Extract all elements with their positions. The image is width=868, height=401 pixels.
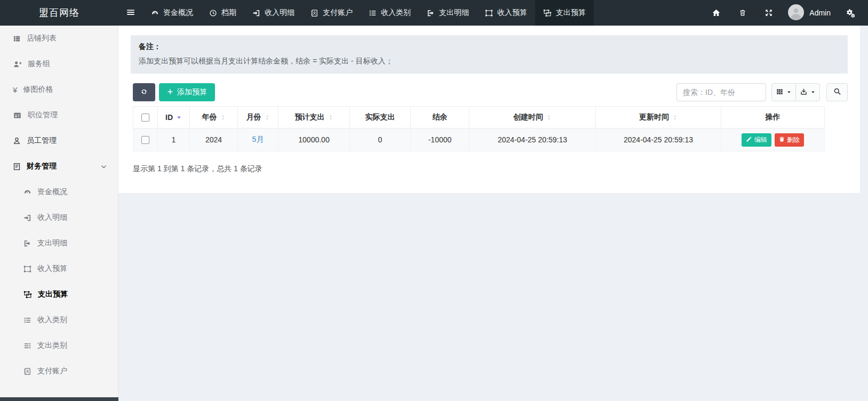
list-icon	[369, 9, 377, 17]
address-book-icon	[310, 9, 318, 17]
sidebar-item-expense-budget[interactable]: 支出预算	[0, 282, 118, 307]
add-budget-button[interactable]: 添加预算	[159, 83, 215, 101]
sign-out-icon	[23, 239, 31, 247]
select-all-checkbox[interactable]	[141, 114, 149, 122]
plus-icon	[167, 88, 173, 97]
column-label: 预计支出	[295, 113, 325, 122]
sidebar-item-label: 修图价格	[23, 85, 53, 94]
caret-down-icon	[810, 88, 816, 97]
column-header-updated-time[interactable]: 更新时间	[596, 107, 721, 129]
sidebar-toggle-button[interactable]	[118, 0, 143, 26]
sidebar-item-payment-account[interactable]: 支付账户	[0, 358, 118, 384]
user-menu[interactable]: Admin	[788, 4, 831, 22]
trash-icon	[779, 136, 785, 144]
topnav-item-label: 支出明细	[439, 8, 469, 18]
sidebar-item-shop-list[interactable]: 店铺列表	[0, 26, 118, 51]
sidebar-item-expense-detail[interactable]: 支出明细	[0, 230, 118, 256]
sidebar-item-staff-mgmt[interactable]: 员工管理	[0, 128, 118, 154]
user-icon	[13, 137, 21, 145]
column-label: 操作	[766, 113, 781, 122]
toolbar-right	[676, 83, 848, 101]
topnav-item-payment-account[interactable]: 支付账户	[302, 0, 361, 26]
column-label: 年份	[202, 113, 217, 122]
sidebar-item-income-budget[interactable]: 收入预算	[0, 256, 118, 282]
sidebar-item-income-category[interactable]: 收入类别	[0, 307, 118, 333]
refresh-icon	[140, 88, 148, 97]
trash-icon[interactable]	[736, 9, 750, 17]
navbar-right: Admin	[708, 0, 868, 26]
sidebar-item-label: 员工管理	[27, 136, 57, 146]
column-header-actions: 操作	[721, 107, 825, 129]
cell-balance: -10000	[411, 129, 469, 151]
sidebar-bottom-strip	[0, 397, 118, 401]
id-card-icon	[13, 111, 22, 119]
chevron-down-icon	[100, 163, 107, 170]
object-group-icon	[485, 9, 493, 17]
topnav-item-income-detail[interactable]: 收入明细	[244, 0, 302, 26]
topnav-item-income-budget[interactable]: 收入预算	[477, 0, 535, 26]
gauge-icon	[151, 9, 159, 17]
topnav-item-funds-overview[interactable]: 资金概况	[143, 0, 201, 26]
cell-month: 5月	[238, 129, 278, 151]
add-budget-label: 添加预算	[177, 87, 207, 97]
ledger-icon	[13, 163, 21, 171]
month-link[interactable]: 5月	[252, 135, 264, 143]
search-input[interactable]	[676, 83, 766, 101]
search-button[interactable]	[826, 83, 848, 101]
column-header-balance[interactable]: 结余	[411, 107, 469, 129]
row-checkbox[interactable]	[141, 136, 149, 144]
record-summary: 显示第 1 到第 1 条记录，总共 1 条记录	[133, 164, 848, 174]
column-header-month[interactable]: 月份	[238, 107, 278, 129]
refresh-button[interactable]	[133, 83, 155, 101]
column-header-created-time[interactable]: 创建时间	[469, 107, 596, 129]
sidebar-item-finance-mgmt[interactable]: 财务管理	[0, 154, 118, 179]
cell-expected-expense: 10000.00	[278, 129, 350, 151]
topnav-item-label: 支出预算	[556, 8, 586, 18]
export-button[interactable]	[795, 83, 820, 101]
clock-icon	[209, 9, 217, 17]
sidebar-item-income-detail[interactable]: 收入明细	[0, 205, 118, 230]
topnav-item-label: 收入预算	[497, 8, 527, 18]
list-alt-icon	[23, 342, 31, 350]
edit-button[interactable]: 编辑	[742, 133, 771, 147]
column-header-expected-expense[interactable]: 预计支出	[278, 107, 350, 129]
column-header-year[interactable]: 年份	[190, 107, 238, 129]
topnav-item-label: 资金概况	[163, 8, 193, 18]
fullscreen-icon[interactable]	[761, 9, 776, 17]
sidebar-item-position-mgmt[interactable]: 职位管理	[0, 102, 118, 128]
sidebar-item-label: 支出类别	[37, 341, 67, 350]
column-header-id[interactable]: ID	[158, 107, 190, 129]
action-label: 删除	[787, 135, 800, 145]
sort-icon	[546, 114, 552, 122]
topnav-item-expense-detail[interactable]: 支出明细	[419, 0, 477, 26]
sidebar-item-label: 店铺列表	[27, 34, 57, 43]
column-header-actual-expense[interactable]: 实际支出	[350, 107, 411, 129]
sidebar-item-label: 支付账户	[37, 366, 67, 376]
home-icon[interactable]	[708, 9, 724, 17]
gears-icon[interactable]	[842, 9, 858, 18]
sidebar-item-expense-category[interactable]: 支出类别	[0, 333, 118, 358]
sign-in-icon	[23, 214, 31, 222]
topnav-item-schedule[interactable]: 档期	[201, 0, 244, 26]
sidebar-item-label: 支出明细	[37, 238, 67, 248]
top-menu: 资金概况档期收入明细支付账户收入类别支出明细收入预算支出预算	[143, 0, 594, 26]
table-buttons-group	[771, 83, 820, 101]
content-card: 备注： 添加支出预算可以根据当月支出计算结余金额，结余 = 实际支出 - 目标收…	[118, 26, 860, 193]
topnav-item-income-category[interactable]: 收入类别	[361, 0, 419, 26]
columns-button[interactable]	[771, 83, 796, 101]
cell-id: 1	[158, 129, 190, 151]
topnav-item-expense-budget[interactable]: 支出预算	[535, 0, 594, 26]
sidebar-item-service-group[interactable]: 服务组	[0, 51, 118, 77]
sidebar-item-label: 收入预算	[37, 264, 67, 274]
sign-out-icon	[427, 9, 435, 17]
sidebar-item-funds-overview[interactable]: 资金概况	[0, 179, 118, 205]
delete-button[interactable]: 删除	[775, 133, 804, 147]
pencil-icon	[746, 136, 752, 144]
sort-icon	[328, 114, 333, 122]
topnav-item-label: 收入类别	[381, 8, 411, 18]
sidebar-item-retouch-price[interactable]: ¥修图价格	[0, 77, 118, 102]
note-title: 备注：	[139, 42, 840, 52]
avatar	[788, 4, 804, 22]
sidebar-item-label: 资金概况	[37, 187, 67, 197]
sidebar-item-label: 职位管理	[28, 110, 58, 120]
